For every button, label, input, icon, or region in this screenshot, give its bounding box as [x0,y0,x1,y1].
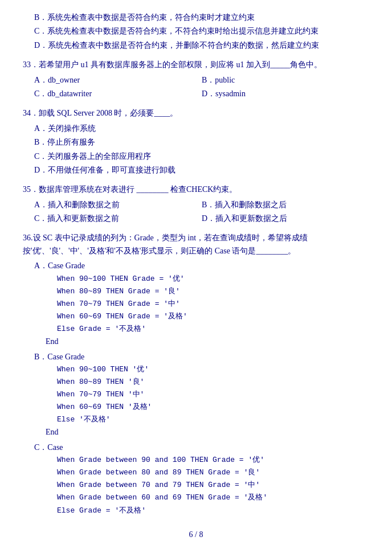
option-36-b-code: When 90~100 THEN '优' When 80~89 THEN '良'… [34,363,369,426]
option-35-b: B．插入和删除数据之后 [202,199,369,211]
code-line: When 60~69 THEN Grade = '及格' [57,310,369,323]
question-33-options: A．db_owner B．public C．db_datawriter D．sy… [23,74,369,101]
option-36-c-label: C．Case [34,441,369,454]
option-34-b: B．停止所有服务 [34,136,369,149]
code-line: When 60~69 THEN '及格' [57,401,369,413]
code-line: When 90~100 THEN Grade = '优' [57,273,369,285]
option-36-a-end: End [34,335,369,348]
code-line: When 90~100 THEN '优' [57,363,369,376]
question-34: 34．卸载 SQL Server 2008 时，必须要____。 A．关闭操作系… [23,107,369,177]
top-option-b: B．系统先检查表中数据是否符合约束，符合约束时才建立约束 [34,11,369,24]
option-36-a: A．Case Grade When 90~100 THEN Grade = '优… [23,260,369,348]
option-35-d: D．插入和更新数据之后 [202,212,369,225]
code-line: When 70~79 THEN Grade = '中' [57,298,369,310]
option-36-c: C．Case When Grade between 90 and 100 THE… [23,441,369,517]
option-row-ab: A．db_owner B．public [34,74,369,87]
question-35: 35．数据库管理系统在对表进行 ________ 检查CHECK约束。 A．插入… [23,183,369,225]
code-line: When Grade between 90 and 100 THEN Grade… [57,454,369,466]
code-line: When Grade between 60 and 69 THEN Grade … [57,491,369,504]
question-35-title: 35．数据库管理系统在对表进行 ________ 检查CHECK约束。 [23,183,369,196]
option-row-cd: C．db_datawriter D．sysadmin [34,88,369,100]
option-36-b-label: B．Case Grade [34,351,369,363]
option-36-c-code: When Grade between 90 and 100 THEN Grade… [34,454,369,517]
question-33: 33．若希望用户 u1 具有数据库服务器上的全部权限，则应将 u1 加入到___… [23,59,369,100]
option-33-b: B．public [202,74,369,87]
code-line: When Grade between 70 and 79 THEN Grade … [57,479,369,491]
code-line: When Grade between 80 and 89 THEN Grade … [57,466,369,479]
option-36-b-end: End [34,426,369,439]
option-36-a-code: When 90~100 THEN Grade = '优' When 80~89 … [34,273,369,335]
option-34-c: C．关闭服务器上的全部应用程序 [34,150,369,163]
question-36-title: 36.设 SC 表中记录成绩的列为：Grade，类型为 int，若在查询成绩时，… [23,232,369,257]
code-line: When 70~79 THEN '中' [57,388,369,401]
top-option-d: D．系统先检查表中数据是否符合约束，并删除不符合约束的数据，然后建立约束 [34,39,369,52]
question-36: 36.设 SC 表中记录成绩的列为：Grade，类型为 int，若在查询成绩时，… [23,232,369,517]
option-34-a: A．关闭操作系统 [34,122,369,135]
page-footer: 6 / 8 [23,529,369,541]
option-33-c: C．db_datawriter [34,88,202,100]
top-options: B．系统先检查表中数据是否符合约束，符合约束时才建立约束 C．系统先检查表中数据… [23,11,369,52]
question-34-title: 34．卸载 SQL Server 2008 时，必须要____。 [23,107,369,120]
option-35-c: C．插入和更新数据之前 [34,212,202,225]
code-line: Else '不及格' [57,413,369,426]
option-36-a-label: A．Case Grade [34,260,369,272]
option-33-d: D．sysadmin [202,88,369,100]
code-line: When 80~89 THEN '良' [57,376,369,388]
code-line: When 80~89 THEN Grade = '良' [57,285,369,298]
code-line: Else Grade = '不及格' [57,323,369,335]
top-option-c: C．系统先检查表中数据是否符合约束，不符合约束时给出提示信息并建立此约束 [34,25,369,38]
option-row-35-ab: A．插入和删除数据之前 B．插入和删除数据之后 [34,199,369,211]
option-35-a: A．插入和删除数据之前 [34,199,202,211]
code-line: Else Grade = '不及格' [57,505,369,517]
option-36-b: B．Case Grade When 90~100 THEN '优' When 8… [23,351,369,439]
question-33-title: 33．若希望用户 u1 具有数据库服务器上的全部权限，则应将 u1 加入到___… [23,59,369,71]
option-33-a: A．db_owner [34,74,202,87]
option-row-35-cd: C．插入和更新数据之前 D．插入和更新数据之后 [34,212,369,225]
question-34-options: A．关闭操作系统 B．停止所有服务 C．关闭服务器上的全部应用程序 D．不用做任… [23,122,369,177]
question-35-options: A．插入和删除数据之前 B．插入和删除数据之后 C．插入和更新数据之前 D．插入… [23,199,369,226]
option-34-d: D．不用做任何准备，即可直接进行卸载 [34,164,369,177]
